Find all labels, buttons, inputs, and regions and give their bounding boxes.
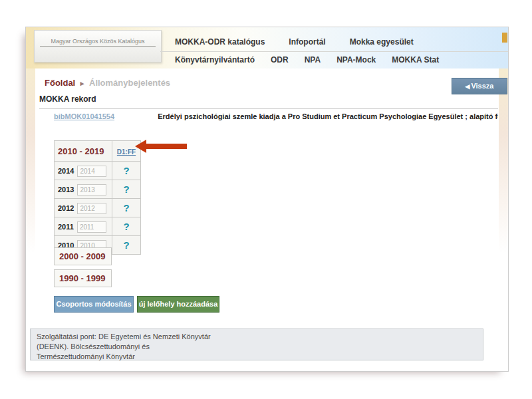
nav-konyvtarnyilvantarto[interactable]: Könyvtárnyilvántartó: [175, 55, 255, 65]
slide-canvas: Magyar Országos Közös Katalógus MOKKA-OD…: [0, 0, 532, 399]
secondary-nav: Könyvtárnyilvántartó ODR NPA NPA-Mock MO…: [175, 54, 439, 66]
nav-npa[interactable]: NPA: [305, 55, 321, 65]
status-question-link[interactable]: ?: [123, 165, 129, 176]
year-label: 2011: [58, 223, 74, 231]
year-input[interactable]: [77, 166, 106, 177]
decade-2000-2009-button[interactable]: 2000 - 2009: [54, 247, 112, 265]
nav-mokka-odr-katalogus[interactable]: MOKKA-ODR katalógus: [175, 37, 265, 47]
status-question-link[interactable]: ?: [123, 221, 129, 232]
location-code-link[interactable]: D1:FF: [117, 148, 136, 156]
footer-line: Természettudományi Könyvtár: [37, 352, 483, 362]
breadcrumb-home-link[interactable]: Főoldal: [45, 78, 75, 88]
section-title: MOKKA rekord: [39, 94, 498, 109]
table-header-row: 2010 - 2019 D1:FF: [55, 141, 141, 162]
status-question-link[interactable]: ?: [123, 202, 129, 213]
nav-divider: [160, 51, 508, 52]
breadcrumb-current: Állománybejelentés: [89, 78, 170, 88]
table-row: 2013 ?: [55, 180, 141, 199]
footer-line: (DEENK). Bölcsészettudományi és: [37, 342, 483, 352]
service-point-footer: Szolgáltatási pont: DE Egyetemi és Nemze…: [30, 329, 483, 360]
table-row: 2011 ?: [55, 217, 141, 236]
nav-infoportal[interactable]: Infoportál: [289, 37, 325, 47]
record-id-link[interactable]: bibMOK01041554: [54, 112, 114, 120]
mokka-page: Magyar Országos Közös Katalógus MOKKA-OD…: [25, 27, 509, 372]
table-row: 2012 ?: [55, 199, 141, 217]
group-edit-button[interactable]: Csoportos módosítás: [54, 296, 134, 313]
logo-text: Magyar Országos Közös Katalógus: [40, 38, 156, 47]
year-input[interactable]: [77, 184, 106, 196]
status-question-link[interactable]: ?: [123, 184, 129, 195]
red-pointer-arrow-icon: [135, 140, 187, 153]
back-button-label: Vissza: [471, 82, 493, 90]
breadcrumb: Főoldal ▸ Állománybejelentés: [45, 78, 170, 88]
decade-1990-1999-button[interactable]: 1990 - 1999: [54, 269, 112, 287]
nav-npa-mock[interactable]: NPA-Mock: [336, 55, 376, 65]
breadcrumb-separator-icon: ▸: [78, 79, 87, 87]
year-input[interactable]: [77, 221, 106, 233]
year-label: 2014: [58, 167, 74, 175]
corner-accent: [502, 33, 507, 43]
table-row: 2014 ?: [55, 162, 141, 180]
add-location-button[interactable]: új lelőhely hozzáadása: [137, 296, 219, 313]
decade-2010-2019-label: 2010 - 2019: [58, 146, 104, 156]
page-header: Magyar Országos Közös Katalógus MOKKA-OD…: [26, 27, 508, 68]
nav-mokka-egyesulet[interactable]: Mokka egyesület: [350, 37, 414, 47]
holdings-table: 2010 - 2019 D1:FF 2014 ? 2013 ?: [54, 140, 141, 255]
back-arrow-icon: ◀: [466, 83, 470, 90]
nav-odr[interactable]: ODR: [271, 55, 289, 65]
year-label: 2013: [58, 186, 74, 194]
year-input[interactable]: [77, 203, 106, 214]
back-button[interactable]: ◀Vissza: [452, 78, 507, 94]
record-title: Erdélyi pszichológiai szemle kiadja a Pr…: [158, 112, 498, 120]
mokka-logo[interactable]: Magyar Országos Közös Katalógus: [34, 30, 162, 63]
record-row: bibMOK01041554 Erdélyi pszichológiai sze…: [54, 112, 498, 120]
primary-nav: MOKKA-ODR katalógus Infoportál Mokka egy…: [175, 36, 414, 48]
year-label: 2012: [58, 204, 74, 212]
footer-line: Szolgáltatási pont: DE Egyetemi és Nemze…: [37, 332, 483, 342]
status-question-link[interactable]: ?: [123, 239, 129, 251]
nav-mokka-stat[interactable]: MOKKA Stat: [392, 55, 439, 65]
